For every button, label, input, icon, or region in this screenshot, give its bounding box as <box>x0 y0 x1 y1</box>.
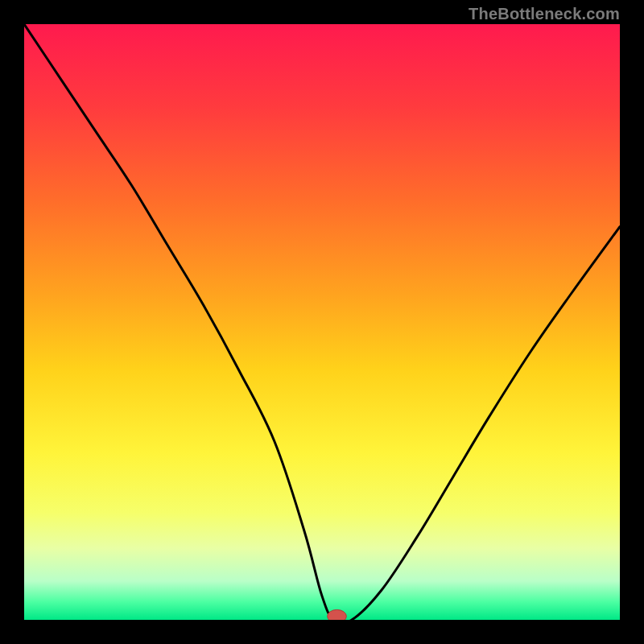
watermark-text: TheBottleneck.com <box>469 5 620 23</box>
optimal-point-marker <box>328 609 347 620</box>
chart-area <box>24 24 620 620</box>
gradient-background <box>24 24 620 620</box>
bottleneck-chart <box>24 24 620 620</box>
